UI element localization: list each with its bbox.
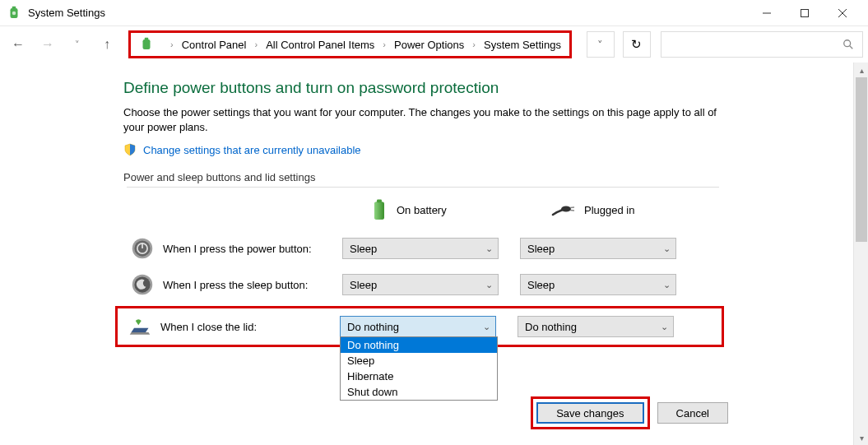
svg-rect-4: [801, 9, 809, 16]
minimize-button[interactable]: [748, 1, 786, 25]
chevron-down-icon: ⌄: [485, 243, 493, 254]
power-options-icon: [7, 6, 21, 21]
dropdown-option[interactable]: Sleep: [341, 353, 497, 369]
search-icon: [842, 39, 854, 50]
laptop-lid-icon: [128, 315, 151, 338]
scroll-down-button[interactable]: ▾: [854, 430, 868, 445]
chevron-right-icon: ›: [383, 39, 386, 49]
column-headers: On battery Plugged in: [123, 199, 868, 220]
svg-rect-13: [377, 200, 382, 203]
window-controls: [748, 1, 861, 25]
close-button[interactable]: [824, 1, 861, 25]
sleep-button-battery-select[interactable]: Sleep ⌄: [342, 274, 499, 295]
up-button[interactable]: ↑: [94, 31, 120, 58]
column-header-battery: On battery: [397, 204, 447, 216]
dropdown-option[interactable]: Hibernate: [341, 369, 497, 384]
svg-point-2: [12, 11, 16, 15]
chevron-right-icon: ›: [254, 39, 258, 49]
power-button-plugged-select[interactable]: Sleep ⌄: [520, 238, 676, 259]
close-lid-dropdown-list: Do nothing Sleep Hibernate Shut down: [340, 336, 498, 401]
breadcrumb-item[interactable]: Control Panel: [182, 39, 247, 51]
address-history-button[interactable]: ˅: [587, 31, 615, 58]
close-lid-plugged-select[interactable]: Do nothing ⌄: [518, 316, 674, 337]
svg-rect-12: [374, 202, 384, 220]
divider: [127, 187, 719, 188]
setting-label: When I close the lid:: [159, 321, 340, 333]
svg-point-14: [561, 206, 571, 212]
scrollbar-thumb[interactable]: [856, 77, 867, 242]
sleep-button-plugged-select[interactable]: Sleep ⌄: [520, 274, 676, 295]
breadcrumb-item[interactable]: System Settings: [484, 39, 561, 51]
content-area: Define power buttons and turn on passwor…: [0, 63, 868, 445]
forward-button[interactable]: →: [35, 31, 61, 58]
chevron-down-icon: ⌄: [661, 322, 668, 332]
chevron-down-icon: ⌄: [485, 280, 493, 290]
column-header-plugged: Plugged in: [584, 204, 634, 216]
change-settings-link[interactable]: Change settings that are currently unava…: [143, 144, 361, 156]
setting-row-sleep-button: When I press the sleep button: Sleep ⌄ S…: [123, 270, 868, 299]
svg-line-16: [570, 211, 574, 211]
setting-label: When I press the sleep button:: [161, 279, 342, 291]
back-button[interactable]: ←: [5, 31, 31, 58]
scroll-up-button[interactable]: ▴: [854, 63, 868, 77]
plug-icon: [551, 202, 576, 218]
power-button-battery-select[interactable]: Sleep ⌄: [342, 238, 499, 259]
recent-menu-button[interactable]: ˅: [64, 31, 91, 58]
search-input[interactable]: [661, 31, 863, 58]
shield-icon: [123, 143, 137, 156]
svg-line-10: [850, 46, 853, 49]
page-description: Choose the power settings that you want …: [123, 105, 732, 135]
save-button[interactable]: Save changes: [536, 402, 643, 424]
chevron-down-icon: ⌄: [663, 243, 671, 254]
close-lid-battery-select[interactable]: Do nothing ⌄ Do nothing Sleep Hibernate …: [340, 316, 496, 337]
nav-row: ← → ˅ ↑ › Control Panel › All Control Pa…: [0, 26, 868, 63]
svg-rect-8: [145, 38, 149, 40]
button-row: Save changes Cancel: [536, 402, 728, 424]
sleep-button-icon: [131, 273, 154, 296]
refresh-button[interactable]: ↻: [623, 31, 651, 58]
svg-point-9: [844, 40, 851, 47]
chevron-down-icon: ⌄: [663, 280, 671, 290]
window-title: System Settings: [28, 7, 748, 19]
chevron-right-icon: ›: [170, 39, 174, 49]
battery-icon: [370, 199, 388, 220]
svg-line-15: [570, 207, 574, 208]
chevron-down-icon: ⌄: [483, 322, 490, 332]
titlebar: System Settings: [0, 0, 868, 26]
setting-label: When I press the power button:: [161, 243, 342, 255]
dropdown-option[interactable]: Shut down: [341, 384, 497, 400]
breadcrumb-item[interactable]: Power Options: [394, 39, 464, 51]
breadcrumb[interactable]: › Control Panel › All Control Panel Item…: [128, 30, 572, 58]
dropdown-option[interactable]: Do nothing: [341, 337, 497, 353]
svg-rect-1: [12, 6, 16, 8]
section-title: Power and sleep buttons and lid settings: [123, 171, 868, 183]
chevron-right-icon: ›: [472, 39, 476, 49]
power-options-icon: [139, 37, 154, 52]
maximize-button[interactable]: [786, 1, 824, 25]
setting-row-power-button: When I press the power button: Sleep ⌄ S…: [123, 234, 868, 263]
svg-rect-7: [143, 39, 151, 49]
vertical-scrollbar[interactable]: ▴ ▾: [853, 63, 868, 445]
breadcrumb-item[interactable]: All Control Panel Items: [266, 39, 374, 51]
setting-row-close-lid: When I close the lid: Do nothing ⌄ Do no…: [115, 306, 724, 347]
power-button-icon: [131, 237, 154, 260]
cancel-button[interactable]: Cancel: [657, 402, 728, 424]
page-heading: Define power buttons and turn on passwor…: [123, 79, 868, 97]
